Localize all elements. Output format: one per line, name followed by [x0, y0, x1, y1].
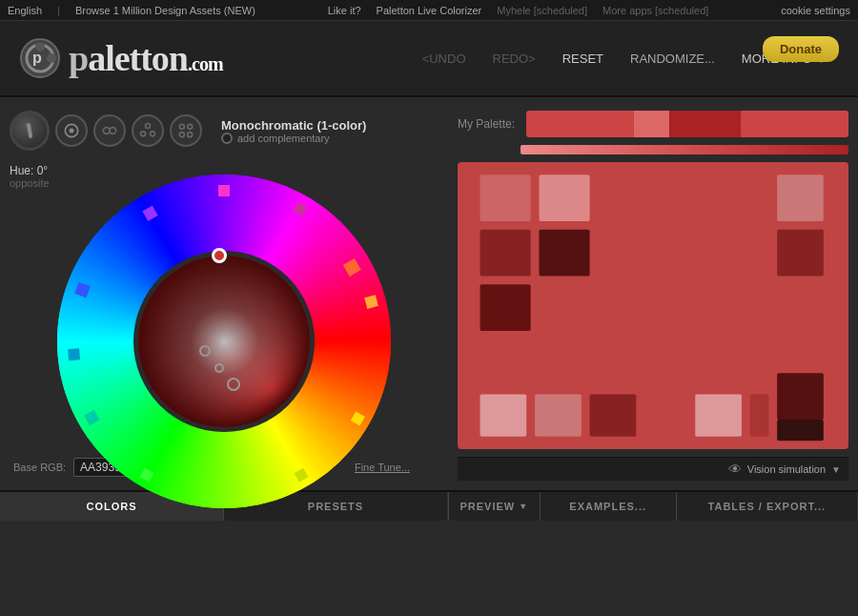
svg-point-13	[188, 124, 193, 129]
more-apps[interactable]: More apps [scheduled]	[603, 5, 708, 16]
tables-export-tab[interactable]: TABLES / EXPORT...	[677, 492, 858, 521]
undo-button[interactable]: <UNDO	[411, 46, 478, 72]
svg-rect-19	[480, 230, 531, 277]
reset-button[interactable]: RESET	[551, 46, 615, 72]
mode-selector: Monochromatic (1-color) add complementar…	[10, 107, 439, 154]
left-panel: Monochromatic (1-color) add complementar…	[0, 97, 448, 490]
mode-title: Monochromatic (1-color)	[221, 118, 366, 133]
mode-icon-3[interactable]	[132, 114, 164, 147]
knob-icon	[10, 111, 50, 151]
inner-dot-3[interactable]	[227, 378, 240, 391]
randomize-button[interactable]: RANDOMIZE...	[619, 46, 726, 72]
preview-tab[interactable]: PREVIEW▼	[448, 492, 541, 521]
color-selector-dot[interactable]	[212, 248, 227, 263]
svg-rect-28	[590, 394, 637, 436]
vision-simulation-row: 👁 Vision simulation ▼	[458, 457, 848, 481]
svg-rect-21	[480, 284, 531, 331]
header: p paletton.com <UNDO REDO> RESET RANDOMI…	[0, 21, 858, 97]
palette-bar-secondary-row	[458, 145, 848, 154]
logo-icon: p	[19, 37, 61, 79]
mypalette[interactable]: Myhele [scheduled]	[497, 5, 587, 16]
svg-text:p: p	[32, 50, 42, 66]
examples-tab[interactable]: EXAMPLES...	[541, 492, 677, 521]
svg-rect-25	[777, 420, 824, 441]
color-swatch-grid	[458, 162, 848, 449]
svg-point-12	[179, 124, 184, 129]
color-grid[interactable]	[458, 162, 848, 449]
svg-rect-26	[480, 394, 527, 436]
live-colorizer[interactable]: Paletton Live Colorizer	[377, 5, 482, 16]
mode-label: Monochromatic (1-color) add complementar…	[221, 118, 366, 144]
nav-separator: |	[57, 5, 60, 16]
svg-rect-22	[777, 175, 824, 221]
svg-rect-24	[777, 373, 824, 420]
browse-link[interactable]: Browse 1 Million Design Assets (NEW)	[75, 5, 255, 16]
svg-rect-27	[535, 394, 582, 436]
svg-rect-20	[539, 230, 589, 277]
my-palette-label: My Palette:	[458, 117, 515, 131]
color-wheel-container[interactable]	[43, 198, 405, 465]
mode-icon-4[interactable]	[170, 114, 202, 147]
svg-point-10	[141, 132, 146, 136]
svg-rect-18	[539, 175, 589, 221]
redo-button[interactable]: REDO>	[481, 46, 547, 72]
palette-seg-3	[669, 111, 741, 137]
logo-text: paletton.com	[69, 37, 223, 79]
mode-icon-1[interactable]	[55, 114, 88, 147]
language-selector[interactable]: English	[8, 5, 42, 16]
vision-dropdown-arrow[interactable]: ▼	[831, 464, 841, 475]
top-navigation: English | Browse 1 Million Design Assets…	[0, 0, 858, 21]
palette-bar	[526, 111, 848, 137]
logo-domain: .com	[188, 53, 223, 74]
eye-icon: 👁	[728, 462, 742, 477]
svg-point-7	[103, 128, 110, 134]
palette-seg-1	[526, 111, 634, 137]
svg-rect-23	[777, 230, 824, 277]
right-bottom-tabs: PREVIEW▼ EXAMPLES... TABLES / EXPORT...	[448, 492, 858, 521]
add-complementary-toggle[interactable]: add complementary	[221, 133, 366, 144]
svg-point-14	[179, 133, 184, 137]
bottom-tabs: COLORS PRESETS PREVIEW▼ EXAMPLES... TABL…	[0, 490, 858, 521]
cookie-settings[interactable]: cookie settings	[781, 5, 850, 16]
donate-button[interactable]: Donate	[763, 36, 839, 62]
my-palette-row: My Palette:	[458, 111, 848, 137]
palette-seg-4	[741, 111, 848, 137]
palette-seg-2	[634, 111, 670, 137]
like-it[interactable]: Like it?	[328, 5, 361, 16]
svg-rect-30	[750, 394, 768, 436]
radio-dot	[221, 133, 233, 144]
palette-bar-secondary	[521, 145, 848, 154]
color-wheel[interactable]	[52, 170, 396, 513]
vision-simulation-label[interactable]: Vision simulation	[747, 463, 826, 475]
svg-point-15	[188, 133, 193, 137]
svg-point-11	[151, 132, 155, 136]
main-content: Monochromatic (1-color) add complementar…	[0, 97, 858, 490]
logo[interactable]: p paletton.com	[19, 37, 223, 79]
svg-point-9	[146, 124, 151, 129]
svg-point-8	[110, 128, 116, 134]
mode-icon-2[interactable]	[93, 114, 126, 147]
svg-point-6	[70, 129, 74, 133]
svg-rect-29	[695, 394, 742, 436]
svg-point-3	[47, 53, 56, 63]
inner-dot-2[interactable]	[214, 363, 224, 373]
right-panel: My Palette:	[448, 97, 858, 490]
svg-rect-17	[480, 175, 531, 221]
inner-dot-1[interactable]	[199, 345, 211, 357]
